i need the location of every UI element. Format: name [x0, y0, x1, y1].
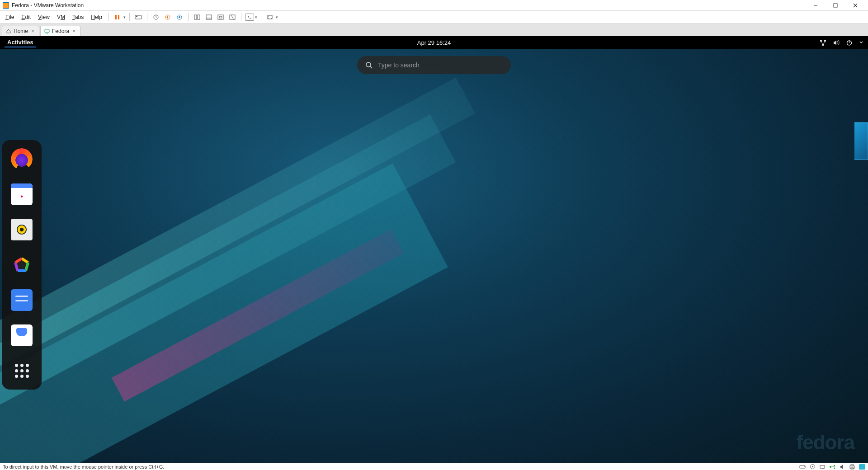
stretch-dropdown-icon[interactable]: ▾ — [276, 15, 278, 19]
stretch-button[interactable] — [265, 12, 275, 22]
toolbar-divider — [261, 13, 261, 21]
maximize-button[interactable] — [826, 0, 845, 11]
suspend-vm-button[interactable] — [113, 12, 123, 22]
toolbar-divider — [241, 13, 241, 21]
toolbar-divider — [188, 13, 189, 21]
search-icon — [365, 61, 373, 69]
unity-button[interactable] — [227, 12, 237, 22]
svg-point-46 — [834, 467, 835, 469]
svg-rect-22 — [45, 29, 49, 33]
tab-label: Fedora — [52, 28, 69, 34]
menu-edit[interactable]: Edit — [19, 13, 33, 21]
search-input[interactable] — [378, 61, 503, 69]
window-title: Fedora - VMware Workstation — [12, 2, 84, 9]
svg-rect-45 — [834, 465, 835, 466]
tab-home[interactable]: Home × — [2, 26, 39, 36]
volume-icon[interactable] — [833, 39, 840, 46]
svg-rect-7 — [136, 16, 137, 17]
chevron-down-icon[interactable] — [859, 39, 863, 46]
printer-icon[interactable] — [849, 464, 855, 470]
toolbar-divider — [129, 13, 130, 21]
svg-rect-48 — [851, 465, 854, 466]
svg-line-19 — [231, 15, 234, 19]
workspace-thumbnail[interactable] — [854, 122, 868, 160]
minimize-button[interactable] — [806, 0, 826, 11]
menu-file[interactable]: File — [3, 13, 17, 21]
activities-button[interactable]: Activities — [5, 38, 36, 47]
svg-rect-12 — [194, 15, 197, 19]
fullscreen-button[interactable] — [216, 12, 226, 22]
svg-line-32 — [370, 66, 372, 68]
svg-rect-5 — [118, 15, 119, 19]
gnome-dash — [2, 140, 42, 390]
menubar: File Edit View VM Tabs Help ▾ ▾ ▾ — [0, 11, 868, 24]
vmware-app-icon — [3, 2, 9, 9]
snapshot-revert-button[interactable] — [163, 12, 173, 22]
fedora-watermark: fedora — [797, 431, 854, 454]
show-thumbnail-button[interactable] — [204, 12, 214, 22]
svg-rect-16 — [218, 15, 223, 19]
display-icon[interactable] — [859, 464, 865, 470]
desktop-wallpaper: fedora — [0, 49, 868, 463]
svg-rect-13 — [198, 15, 200, 19]
clock-label[interactable]: Apr 29 16:24 — [417, 39, 451, 46]
svg-point-31 — [366, 62, 371, 67]
send-ctrl-alt-del-button[interactable] — [133, 12, 143, 22]
system-tray[interactable] — [820, 39, 863, 46]
vm-display[interactable]: Activities Apr 29 16:24 fedora — [0, 36, 868, 463]
svg-rect-24 — [820, 40, 822, 42]
dock-item-rhythmbox[interactable] — [11, 219, 33, 240]
menu-tabs[interactable]: Tabs — [70, 13, 86, 21]
usb-icon[interactable] — [829, 464, 835, 470]
cd-icon[interactable] — [809, 464, 816, 470]
menu-view[interactable]: View — [35, 13, 52, 21]
cmd-dropdown-icon[interactable]: ▾ — [255, 15, 257, 19]
toolbar-divider — [108, 13, 109, 21]
svg-point-43 — [830, 466, 831, 468]
svg-line-27 — [821, 42, 823, 44]
power-icon[interactable] — [846, 39, 853, 46]
dock-item-darktable[interactable] — [11, 254, 33, 276]
status-hint: To direct input to this VM, move the mou… — [3, 464, 164, 470]
window-titlebar: Fedora - VMware Workstation — [0, 0, 868, 11]
toolbar-divider — [147, 13, 147, 21]
network-adapter-icon[interactable] — [819, 464, 826, 470]
svg-line-28 — [823, 42, 826, 44]
harddisk-icon[interactable] — [799, 464, 806, 470]
svg-rect-1 — [834, 4, 837, 7]
svg-rect-39 — [820, 465, 825, 468]
power-dropdown-icon[interactable]: ▾ — [123, 15, 126, 19]
dock-item-calendar[interactable] — [11, 183, 33, 205]
svg-point-38 — [812, 466, 813, 467]
svg-rect-23 — [46, 33, 48, 33]
svg-rect-26 — [822, 44, 824, 46]
svg-rect-4 — [115, 15, 117, 19]
sound-card-icon[interactable] — [839, 464, 845, 470]
svg-point-36 — [804, 466, 805, 467]
dock-item-firefox[interactable] — [11, 148, 33, 170]
dock-item-software[interactable] — [11, 324, 33, 346]
vm-icon — [44, 28, 50, 34]
activities-search[interactable] — [357, 56, 511, 74]
tab-label: Home — [14, 28, 28, 34]
svg-rect-17 — [219, 16, 222, 18]
tab-fedora[interactable]: Fedora × — [40, 26, 80, 36]
snapshot-manager-button[interactable] — [175, 12, 184, 22]
vm-tab-bar: Home × Fedora × — [0, 24, 868, 36]
svg-point-11 — [179, 16, 180, 18]
menu-vm[interactable]: VM — [54, 13, 68, 21]
tab-close-icon[interactable]: × — [30, 28, 35, 34]
close-button[interactable] — [845, 0, 865, 11]
network-icon[interactable] — [820, 39, 826, 46]
show-console-button[interactable] — [192, 12, 202, 22]
vmware-status-bar: To direct input to this VM, move the mou… — [0, 463, 868, 470]
vm-device-icons — [799, 464, 865, 470]
apps-grid-icon — [15, 364, 29, 378]
command-prompt-button[interactable] — [245, 14, 254, 21]
dock-item-show-apps[interactable] — [11, 360, 33, 381]
tab-close-icon[interactable]: × — [71, 28, 76, 34]
home-icon — [6, 28, 11, 34]
menu-help[interactable]: Help — [88, 13, 105, 21]
dock-item-files[interactable] — [11, 289, 33, 311]
snapshot-take-button[interactable] — [151, 12, 161, 22]
